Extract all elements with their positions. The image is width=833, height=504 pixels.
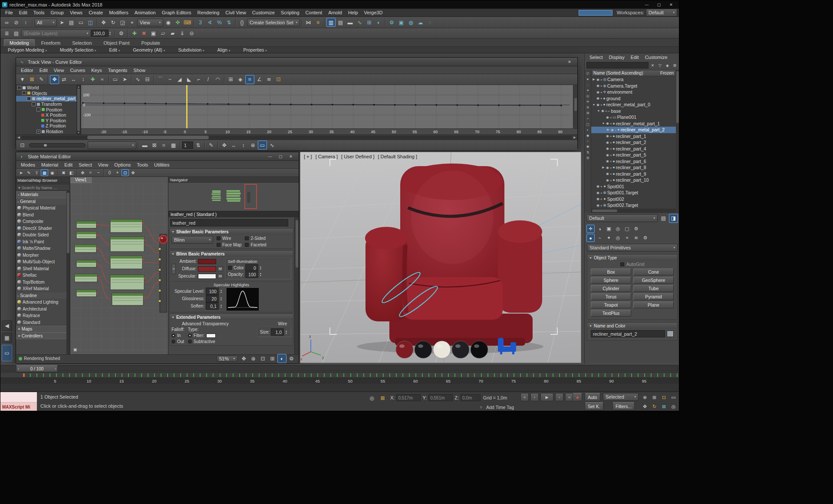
two-sided-checkbox-box[interactable] (245, 236, 249, 240)
tree-expand-icon[interactable]: - (36, 108, 40, 111)
type-filter-radio-dot[interactable] (188, 334, 192, 337)
ribbon-tab-modeling[interactable]: Modeling (4, 39, 35, 46)
keyframe-tick[interactable] (343, 373, 344, 377)
add-time-tag[interactable]: Add Time Tag (486, 405, 514, 410)
delete-node-icon[interactable]: ✖ (60, 169, 67, 176)
keyframe-tick[interactable] (324, 373, 325, 377)
keyframe-tick[interactable] (200, 373, 201, 377)
keyframe-tick[interactable] (481, 373, 482, 377)
keyframe-tick[interactable] (592, 373, 593, 377)
menu-arnold[interactable]: Arnold (325, 10, 345, 16)
display-frozen-icon[interactable]: ✱ (585, 144, 590, 149)
keyframe-tick[interactable] (213, 373, 214, 377)
keyframe-tick[interactable] (572, 373, 573, 377)
track-item-objects[interactable]: -Objects (16, 91, 81, 96)
maxscript-mini-listener[interactable]: MAXScript Mi (0, 392, 37, 411)
render-toggle-icon[interactable]: ● (610, 160, 612, 163)
zoom-extents-status-icon[interactable]: ⊞ (268, 354, 277, 363)
set-tangents-spline-icon[interactable]: ~ (165, 75, 175, 84)
keyframe-tick[interactable] (363, 373, 364, 377)
ce-menu-curves[interactable]: Curves (67, 67, 88, 73)
delete-animation-layer-icon[interactable]: ✖ (139, 29, 148, 38)
close-button[interactable]: ✕ (665, 1, 677, 8)
soften-field[interactable]: 0,1 (206, 302, 219, 310)
slate-menu-view[interactable]: View (95, 162, 112, 168)
diffuse-color-swatch[interactable] (198, 266, 216, 272)
lock-selection-icon[interactable]: ⊠ (27, 75, 36, 84)
frame-back-icon[interactable]: ‹ (18, 367, 19, 371)
shader-type-dropdown[interactable]: Blinn▾ (171, 236, 213, 244)
pan-icon[interactable]: ✥ (220, 141, 229, 150)
track-weight-slider-thumb[interactable] (44, 144, 47, 147)
reference-coordinate-system-dropdown[interactable]: View▾ (137, 19, 163, 26)
face-map-checkbox-box[interactable] (217, 243, 221, 247)
keyframe-tick[interactable] (520, 373, 521, 377)
select-object-icon[interactable]: ➤ (57, 18, 66, 27)
zoom-region-icon[interactable]: ▭ (258, 141, 267, 150)
previous-frame-button[interactable]: ‹ (530, 393, 539, 401)
display-geometry-icon[interactable]: ● (585, 76, 590, 82)
specular-map-button[interactable]: M (217, 274, 223, 279)
lock-explorer-icon[interactable]: ◈ (664, 62, 671, 69)
keyframe-tick[interactable] (631, 373, 632, 377)
expand-icon[interactable]: ▼ (602, 122, 605, 125)
render-toggle-icon[interactable]: ● (610, 147, 612, 150)
display-hidden-icon[interactable]: ○ (585, 138, 590, 144)
slate-menu-edit[interactable]: Edit (61, 162, 76, 168)
primitives-dropdown[interactable]: Standard Primitives▾ (587, 244, 678, 252)
view1-tab[interactable]: View1 (70, 177, 92, 183)
curve-editor-icon[interactable]: ∿ (355, 18, 364, 27)
keyframe-tick[interactable] (128, 373, 129, 377)
clear-search-icon[interactable]: ✕ (649, 62, 656, 69)
helpers-category-icon[interactable]: ⌖ (623, 234, 631, 242)
schematic-view-icon[interactable]: ⊞ (365, 18, 374, 27)
explorer-column-header[interactable]: Name (Sorted Ascending) Frozen (591, 70, 676, 76)
move-keys-icon[interactable]: ✥ (50, 75, 59, 84)
se-menu-edit[interactable]: Edit (628, 54, 642, 60)
curve-graph-vscroll[interactable] (573, 85, 577, 128)
scene-object-recliner-part-8[interactable]: ▶◉●●recliner_part_8 (591, 164, 676, 171)
retime-tool-icon[interactable]: ≈ (98, 75, 107, 84)
visibility-eye-icon[interactable]: ◉ (596, 90, 599, 94)
browser-item-ink-n-paint[interactable]: Ink 'n Paint (16, 239, 70, 245)
pick-material-from-object-icon[interactable]: ✎ (25, 169, 33, 176)
ribbon-panel-modify-selection[interactable]: Modify Selection▾ (57, 47, 99, 53)
y-coord-field[interactable]: 0,551m (428, 394, 453, 401)
autogrid-checkbox[interactable] (620, 262, 624, 266)
play-animation-button[interactable]: ▶ (540, 393, 553, 401)
render-toggle-icon[interactable]: ● (610, 166, 612, 169)
edit-named-selection-sets-icon[interactable]: {} (237, 18, 247, 27)
create-tab-icon[interactable]: ✛ (586, 225, 595, 233)
menu-help[interactable]: Help (345, 10, 361, 16)
key-time-field[interactable]: 1 (182, 141, 193, 149)
explorer-pin-icon[interactable]: ◨ (669, 214, 678, 223)
time-slider-handle[interactable]: ‹ 0 / 100 › (16, 365, 58, 372)
filter-funnel-icon[interactable]: ▽ (657, 62, 663, 69)
keyframe-tick[interactable] (69, 373, 70, 377)
curve-editor-titlebar[interactable]: ∿ Track View - Curve Editor ✕ (16, 58, 577, 66)
name-color-header[interactable]: ▼Name and Color (587, 323, 677, 329)
box-button[interactable]: Box (591, 268, 631, 275)
keyframe-tick[interactable] (36, 373, 37, 377)
next-frame-button[interactable]: › (555, 393, 563, 401)
curve-graph-hscroll[interactable]: ◀ ▶ (16, 135, 577, 140)
browser-item-architectural[interactable]: Architectural (16, 306, 70, 313)
show-map-in-viewport-icon[interactable]: ▦ (41, 169, 48, 176)
blinn-rollout-header[interactable]: ▼Blinn Basic Parameters (170, 251, 293, 257)
region-keys-tool-icon[interactable]: ▭ (111, 75, 120, 84)
keyframe-tick[interactable] (402, 373, 403, 377)
display-tab-icon[interactable]: ▢ (623, 225, 631, 233)
browser-group-scanline[interactable]: -Scanline (16, 292, 70, 299)
keyframe-tick[interactable] (49, 373, 50, 377)
slate-menu-material[interactable]: Material (38, 162, 61, 168)
render-toggle-icon[interactable]: ● (610, 122, 612, 125)
scene-object-base[interactable]: ▼◉●⌐base (591, 108, 676, 115)
unlink-selection-icon[interactable]: ⊘ (12, 18, 21, 27)
keyframe-tick[interactable] (30, 373, 31, 377)
browser-item-multi-sub-object[interactable]: Multi/Sub-Object (16, 259, 70, 265)
slate-menu-utilities[interactable]: Utilities (151, 162, 172, 168)
ribbon-tab-populate[interactable]: Populate (136, 39, 165, 46)
keyframe-tick[interactable] (187, 373, 188, 377)
visibility-eye-icon[interactable]: ◉ (606, 115, 609, 119)
textplus-button[interactable]: TextPlus (591, 310, 631, 317)
